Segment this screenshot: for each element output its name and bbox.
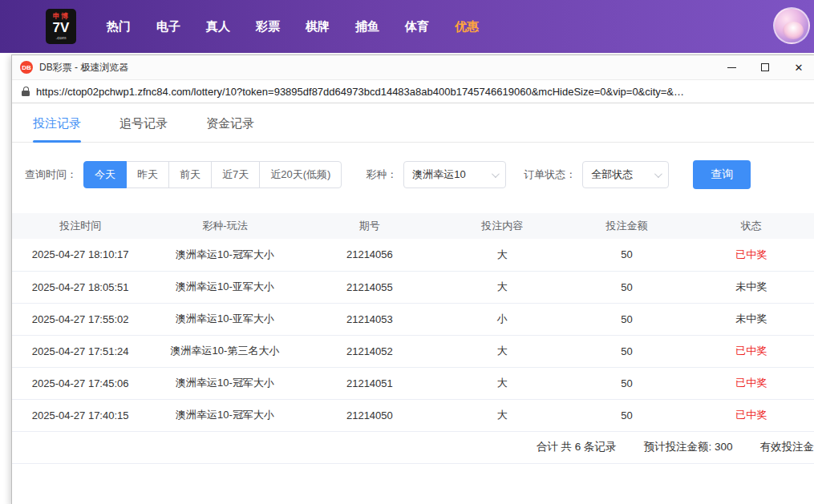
minimize-button[interactable] xyxy=(715,55,748,79)
time-option-today[interactable]: 今天 xyxy=(83,161,127,188)
bet-content: 大 xyxy=(438,271,566,303)
table-row: 2025-04-27 17:55:02澳洲幸运10-亚军大小21214053小5… xyxy=(12,303,814,335)
tab-bet-records[interactable]: 投注记录 xyxy=(33,116,81,142)
bet-content: 大 xyxy=(438,367,566,399)
issue-number: 21214055 xyxy=(302,271,438,303)
bet-status: 未中奖 xyxy=(687,271,814,303)
bet-records-table: 投注时间 彩种-玩法 期号 投注内容 投注金额 状态 2025-04-27 18… xyxy=(12,213,814,432)
bet-time: 2025-04-27 18:05:51 xyxy=(12,271,148,303)
game-play: 澳洲幸运10-冠军大小 xyxy=(148,239,301,271)
bet-status: 已中奖 xyxy=(687,399,814,431)
time-option-day-before[interactable]: 前天 xyxy=(168,161,212,188)
bet-content: 大 xyxy=(438,399,566,431)
bet-amount: 50 xyxy=(566,271,686,303)
bet-time: 2025-04-27 17:40:15 xyxy=(12,399,148,431)
bet-status: 已中奖 xyxy=(687,239,814,271)
maximize-icon xyxy=(761,63,769,71)
time-filter-group: 今天 昨天 前天 近7天 近20天(低频) xyxy=(83,161,342,188)
nav-item-sports[interactable]: 体育 xyxy=(405,19,429,34)
issue-number: 21214056 xyxy=(302,239,438,271)
site-logo-text-main: 7V xyxy=(53,21,70,34)
bet-amount: 50 xyxy=(566,367,686,399)
url-text[interactable]: https://ctop02pchwp1.zfnc84.com/lottery/… xyxy=(36,86,806,98)
table-footer: 合计 共 6 条记录 预计投注金额: 300 有效投注金 xyxy=(12,432,814,464)
window-controls: ✕ xyxy=(715,55,814,79)
nav-item-board-games[interactable]: 棋牌 xyxy=(306,19,330,34)
bet-content: 大 xyxy=(438,335,566,367)
window-title: DB彩票 - 极速浏览器 xyxy=(39,61,715,75)
nav-item-lottery[interactable]: 彩票 xyxy=(256,19,280,34)
header-status: 状态 xyxy=(687,213,814,239)
header-bet-amount: 投注金额 xyxy=(566,213,686,239)
order-status-select[interactable]: 全部状态 xyxy=(582,161,669,188)
bet-status: 未中奖 xyxy=(687,303,814,335)
bet-time: 2025-04-27 17:45:06 xyxy=(12,367,148,399)
header-game-play: 彩种-玩法 xyxy=(148,213,301,239)
filter-bar: 查询时间： 今天 昨天 前天 近7天 近20天(低频) 彩种： 澳洲幸运10 订… xyxy=(25,160,814,189)
nav-item-promotions[interactable]: 优惠 xyxy=(455,19,479,34)
time-option-yesterday[interactable]: 昨天 xyxy=(126,161,169,188)
total-records-text: 合计 共 6 条记录 xyxy=(537,440,617,454)
expected-amount-text: 预计投注金额: 300 xyxy=(643,440,732,454)
window-app-icon: DB xyxy=(20,61,33,74)
chevron-down-icon xyxy=(492,170,500,178)
bet-content: 小 xyxy=(438,303,566,335)
bet-table-body: 2025-04-27 18:10:17澳洲幸运10-冠军大小21214056大5… xyxy=(12,239,814,431)
lock-icon[interactable] xyxy=(22,87,30,96)
table-row: 2025-04-27 17:51:24澳洲幸运10-第三名大小21214052大… xyxy=(12,335,814,367)
header-issue-number: 期号 xyxy=(302,213,438,239)
bet-amount: 50 xyxy=(566,239,686,271)
site-nav: 热门 电子 真人 彩票 棋牌 捕鱼 体育 优惠 xyxy=(107,19,479,34)
site-logo-text-top: 申博 xyxy=(53,13,69,20)
site-logo[interactable]: 申博 7V .com xyxy=(46,9,76,44)
bet-content: 大 xyxy=(438,239,566,271)
table-row: 2025-04-27 17:40:15澳洲幸运10-冠军大小21214050大5… xyxy=(12,399,814,431)
bet-amount: 50 xyxy=(566,303,686,335)
status-select-value: 全部状态 xyxy=(591,167,633,182)
chevron-down-icon xyxy=(654,170,662,178)
nav-item-slots[interactable]: 电子 xyxy=(156,19,180,34)
site-logo-text-sub: .com xyxy=(55,35,66,40)
query-button[interactable]: 查询 xyxy=(693,160,751,189)
table-row: 2025-04-27 18:05:51澳洲幸运10-亚军大小21214055大5… xyxy=(12,271,814,303)
time-filter-label: 查询时间： xyxy=(25,167,77,182)
status-filter-label: 订单状态： xyxy=(524,167,576,182)
browser-window: DB DB彩票 - 极速浏览器 ✕ https://ctop02pchwp1.z… xyxy=(11,54,814,504)
window-titlebar: DB DB彩票 - 极速浏览器 ✕ xyxy=(12,55,814,79)
bet-status: 已中奖 xyxy=(687,335,814,367)
close-button[interactable]: ✕ xyxy=(782,55,814,79)
issue-number: 21214051 xyxy=(302,367,438,399)
nav-item-hot[interactable]: 热门 xyxy=(107,19,131,34)
header-bet-content: 投注内容 xyxy=(438,213,566,239)
nav-item-live[interactable]: 真人 xyxy=(206,19,230,34)
game-play: 澳洲幸运10-冠军大小 xyxy=(148,399,301,431)
game-play: 澳洲幸运10-第三名大小 xyxy=(148,335,301,367)
issue-number: 21214052 xyxy=(302,335,438,367)
lottery-select-value: 澳洲幸运10 xyxy=(412,167,465,182)
table-header-row: 投注时间 彩种-玩法 期号 投注内容 投注金额 状态 xyxy=(12,213,814,239)
bet-time: 2025-04-27 18:10:17 xyxy=(12,239,148,271)
address-bar: https://ctop02pchwp1.zfnc84.com/lottery/… xyxy=(12,79,814,103)
bet-status: 已中奖 xyxy=(687,367,814,399)
table-row: 2025-04-27 17:45:06澳洲幸运10-冠军大小21214051大5… xyxy=(12,367,814,399)
maximize-button[interactable] xyxy=(748,55,782,79)
bet-time: 2025-04-27 17:51:24 xyxy=(12,335,148,367)
issue-number: 21214050 xyxy=(302,399,438,431)
time-option-last-7-days[interactable]: 近7天 xyxy=(211,161,260,188)
issue-number: 21214053 xyxy=(302,303,438,335)
record-tabs: 投注记录 追号记录 资金记录 xyxy=(12,103,814,143)
header-bet-time: 投注时间 xyxy=(12,213,148,239)
close-icon: ✕ xyxy=(795,62,804,73)
game-play: 澳洲幸运10-冠军大小 xyxy=(148,367,301,399)
game-play: 澳洲幸运10-亚军大小 xyxy=(148,303,301,335)
tab-chase-records[interactable]: 追号记录 xyxy=(119,116,168,142)
user-avatar[interactable] xyxy=(773,7,810,44)
game-play: 澳洲幸运10-亚军大小 xyxy=(148,271,301,303)
nav-item-fishing[interactable]: 捕鱼 xyxy=(355,19,379,34)
bet-time: 2025-04-27 17:55:02 xyxy=(12,303,148,335)
lottery-select[interactable]: 澳洲幸运10 xyxy=(403,161,506,188)
time-option-last-20-days[interactable]: 近20天(低频) xyxy=(259,161,342,188)
tab-funds-records[interactable]: 资金记录 xyxy=(206,116,254,142)
valid-amount-text: 有效投注金 xyxy=(760,440,814,454)
site-topbar: 申博 7V .com 热门 电子 真人 彩票 棋牌 捕鱼 体育 优惠 xyxy=(0,0,814,53)
